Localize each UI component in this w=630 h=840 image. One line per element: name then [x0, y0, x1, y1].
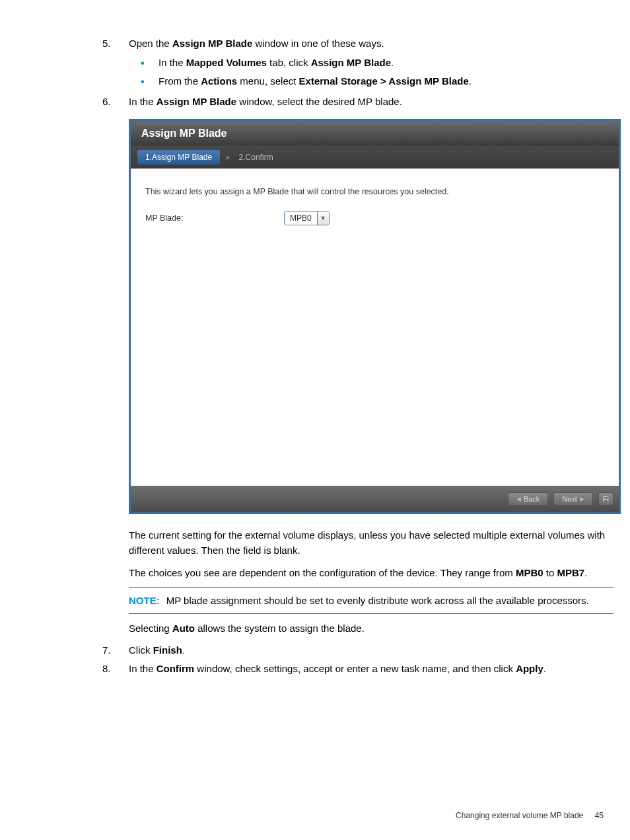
post-screenshot-text: The current setting for the external vol… — [129, 527, 613, 636]
wizard-screenshot: Assign MP Blade 1.Assign MP Blade > 2.Co… — [129, 119, 613, 514]
note-label: NOTE: — [129, 595, 160, 606]
mp-blade-label: MP Blade: — [145, 213, 284, 223]
bullet-1: In the Mapped Volumes tab, click Assign … — [129, 56, 613, 71]
step-7: Click Finish. — [92, 642, 613, 658]
step-8: In the Confirm window, check settings, a… — [92, 661, 613, 677]
next-button[interactable]: Next ▶ — [553, 492, 593, 506]
mp-blade-row: MP Blade: MPB0 ▼ — [145, 211, 604, 225]
back-button[interactable]: ◀ Back — [508, 492, 548, 506]
wizard-window: Assign MP Blade 1.Assign MP Blade > 2.Co… — [129, 119, 621, 514]
chevron-down-icon: ▼ — [317, 211, 329, 225]
bullet-2: From the Actions menu, select External S… — [129, 74, 613, 89]
step-5: Open the Assign MP Blade window in one o… — [92, 36, 613, 89]
wizard-footer: ◀ Back Next ▶ Fi — [131, 486, 619, 512]
page-number: 45 — [595, 811, 604, 820]
step-list: Open the Assign MP Blade window in one o… — [92, 36, 613, 109]
wizard-intro: This wizard lets you assign a MP Blade t… — [145, 187, 604, 196]
mp-blade-select[interactable]: MPB0 ▼ — [284, 211, 330, 225]
crumb-step-1[interactable]: 1.Assign MP Blade — [137, 150, 220, 165]
wizard-breadcrumb: 1.Assign MP Blade > 2.Confirm — [131, 146, 619, 169]
wizard-title: Assign MP Blade — [131, 121, 619, 146]
crumb-sep: > — [225, 153, 229, 161]
wizard-body: This wizard lets you assign a MP Blade t… — [131, 169, 619, 486]
post-p3: Selecting Auto allows the system to assi… — [129, 621, 613, 636]
footer-text: Changing external volume MP blade — [456, 811, 583, 820]
finish-button-partial[interactable]: Fi — [598, 492, 613, 506]
note-block: NOTE:MP blade assignment should be set t… — [129, 587, 613, 614]
page-footer: Changing external volume MP blade 45 — [456, 811, 604, 820]
step-list-cont: Click Finish. In the Confirm window, che… — [92, 642, 613, 677]
mp-blade-value: MPB0 — [285, 213, 317, 223]
triangle-left-icon: ◀ — [516, 496, 521, 502]
post-p1: The current setting for the external vol… — [129, 527, 613, 558]
crumb-step-2: 2.Confirm — [235, 150, 277, 165]
post-p2: The choices you see are dependent on the… — [129, 565, 613, 580]
step-5-bullets: In the Mapped Volumes tab, click Assign … — [129, 56, 613, 89]
triangle-right-icon: ▶ — [580, 496, 584, 502]
note-text: MP blade assignment should be set to eve… — [166, 595, 589, 606]
step-6: In the Assign MP Blade window, select th… — [92, 95, 613, 110]
